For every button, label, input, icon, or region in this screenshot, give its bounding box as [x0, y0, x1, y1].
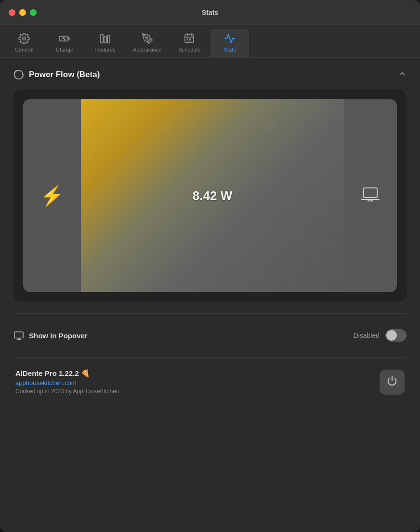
- tab-stats[interactable]: Stats: [210, 29, 249, 57]
- svg-rect-7: [107, 35, 110, 43]
- power-flow-center: 8.42 W: [81, 99, 344, 292]
- power-flow-card: ⚡ 8.42 W: [13, 90, 407, 302]
- svg-rect-16: [189, 40, 191, 41]
- power-button-icon: [387, 375, 397, 389]
- watt-label: 8.42 W: [193, 188, 232, 203]
- tab-charge-label: Charge: [56, 47, 73, 53]
- close-button[interactable]: [9, 9, 15, 16]
- power-source-panel: ⚡: [23, 99, 81, 292]
- show-in-popover-row: Show in Popover Disabled: [13, 325, 407, 346]
- section-header: Power Flow (Beta): [13, 69, 407, 80]
- tab-general-label: General: [14, 47, 33, 53]
- tab-appearance[interactable]: Appearance: [126, 29, 168, 57]
- divider-2: [13, 357, 407, 358]
- popover-toggle[interactable]: [385, 329, 407, 342]
- device-panel: [344, 99, 397, 292]
- maximize-button[interactable]: [30, 9, 37, 16]
- divider: [13, 313, 407, 314]
- window-title: Stats: [202, 9, 218, 16]
- row-left: Show in Popover: [13, 330, 88, 341]
- gear-icon: [18, 33, 30, 44]
- tab-charge[interactable]: Charge: [45, 29, 84, 57]
- minimize-button[interactable]: [19, 9, 26, 16]
- svg-point-8: [146, 37, 148, 39]
- power-flow-icon: [13, 69, 24, 80]
- charge-icon: [58, 33, 71, 44]
- tab-stats-label: Stats: [224, 47, 236, 53]
- laptop-icon: [361, 186, 380, 206]
- app-name: AlDente Pro 1.22.2 🍕: [15, 369, 119, 378]
- section-title-row: Power Flow (Beta): [13, 69, 100, 80]
- main-content: Power Flow (Beta) ⚡ 8.42 W: [0, 58, 420, 532]
- power-button[interactable]: [380, 370, 405, 395]
- svg-rect-14: [189, 39, 191, 40]
- tabbar: General Charge: [0, 25, 420, 58]
- tab-appearance-label: Appearance: [133, 47, 161, 53]
- app-window: Stats General Charge: [0, 0, 420, 532]
- titlebar: Stats: [0, 0, 420, 25]
- svg-rect-13: [187, 39, 188, 40]
- bolt-icon: ⚡: [40, 185, 64, 207]
- appearance-icon: [142, 33, 153, 44]
- svg-rect-15: [187, 40, 188, 41]
- chevron-up-icon[interactable]: [398, 69, 407, 80]
- tagline: Cooked up in 2023 by AppHouseKitchen: [15, 388, 119, 395]
- popover-status: Disabled: [354, 332, 380, 339]
- website-link[interactable]: apphousekitchen.com: [15, 379, 119, 386]
- show-in-popover-label: Show in Popover: [29, 332, 88, 340]
- svg-rect-17: [364, 188, 377, 198]
- tab-general[interactable]: General: [5, 29, 43, 57]
- window-controls: [9, 9, 37, 16]
- power-flow-visual: ⚡ 8.42 W: [23, 99, 397, 292]
- tab-schedule-label: Schedule: [178, 47, 200, 53]
- tab-features-label: Features: [94, 47, 115, 53]
- popover-icon: [13, 330, 24, 341]
- svg-rect-9: [185, 35, 194, 42]
- svg-rect-18: [14, 332, 23, 338]
- section-title: Power Flow (Beta): [29, 70, 100, 80]
- features-icon: [99, 33, 111, 44]
- tab-schedule[interactable]: Schedule: [170, 29, 209, 57]
- footer-info: AlDente Pro 1.22.2 🍕 apphousekitchen.com…: [15, 369, 119, 395]
- tab-features[interactable]: Features: [86, 29, 124, 57]
- svg-rect-5: [101, 34, 103, 43]
- row-right: Disabled: [354, 329, 407, 342]
- footer: AlDente Pro 1.22.2 🍕 apphousekitchen.com…: [13, 369, 407, 397]
- schedule-icon: [184, 33, 195, 44]
- svg-rect-6: [104, 36, 106, 43]
- svg-point-0: [23, 37, 26, 40]
- stats-icon: [224, 33, 236, 44]
